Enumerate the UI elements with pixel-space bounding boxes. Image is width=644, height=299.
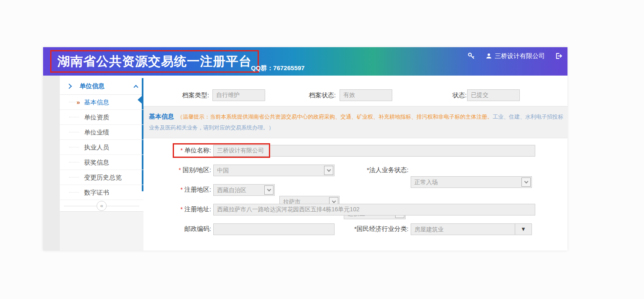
sidebar-item-practicing-personnel[interactable]: 执业人员 bbox=[60, 140, 143, 155]
region-province-select[interactable]: 西藏自治区 bbox=[213, 184, 275, 196]
required-asterisk: * bbox=[180, 206, 182, 213]
current-user[interactable]: 三桥设计有限公司 bbox=[486, 52, 545, 60]
required-asterisk: * bbox=[180, 186, 182, 193]
user-icon bbox=[486, 53, 492, 59]
address-field[interactable] bbox=[213, 204, 535, 215]
archive-type-field[interactable] bbox=[212, 89, 265, 101]
sidebar-item-label: 变更历史总览 bbox=[84, 174, 122, 181]
sidebar-item-unit-performance[interactable]: 单位业绩 bbox=[60, 125, 143, 140]
basic-info-section-header: 基本信息（温馨提示：当前本系统提供湖南省公共资源交易中心的政府采购、交通、矿业权… bbox=[143, 106, 567, 138]
legal-status-label: *法人业务状态: bbox=[317, 166, 409, 174]
company-name-field[interactable] bbox=[213, 145, 535, 157]
region-label: *注册地区: bbox=[144, 186, 211, 194]
postal-industry-row: 邮政编码: *国民经济行业分类: 房屋建筑业 ▼ bbox=[143, 223, 567, 242]
archive-status-row: 档案类型: 档案状态: 状态: bbox=[143, 89, 567, 101]
industry-label: *国民经济行业分类: bbox=[317, 225, 409, 233]
sidebar-item-basic-info[interactable]: » 基本信息 bbox=[60, 95, 143, 110]
sidebar-item-label: 执业人员 bbox=[84, 144, 109, 151]
password-key-icon[interactable] bbox=[467, 52, 475, 60]
sidebar-item-digital-certificate[interactable]: 数字证书 bbox=[60, 185, 143, 200]
archive-state-field[interactable] bbox=[340, 89, 392, 101]
main-content: 档案类型: 档案状态: 状态: 基本信息（温馨提示：当前本系统提供湖南省公共资源… bbox=[143, 76, 567, 251]
logout-icon[interactable] bbox=[555, 52, 562, 60]
country-row: *国别/地区: 中国 *法人业务状态: 正常入场 bbox=[143, 164, 567, 183]
header-banner: 湖南省公共资源交易统一注册平台 QQ群：767265597 三桥设计有限公司 bbox=[43, 47, 567, 76]
qq-group-text: QQ群：767265597 bbox=[251, 64, 304, 72]
sidebar-item-label: 单位业绩 bbox=[84, 129, 109, 136]
section-hint-orange: （温馨提示：当前本系统提供湖南省公共资源交易中心的政府采购、交通、矿业权、补充耕… bbox=[177, 114, 493, 120]
industry-select[interactable]: 房屋建筑业 ▼ bbox=[411, 223, 532, 235]
active-item-pointer bbox=[138, 96, 142, 104]
user-company-name: 三桥设计有限公司 bbox=[495, 52, 545, 60]
sidebar-item-unit-qualification[interactable]: 单位资质 bbox=[60, 110, 143, 125]
sidebar-item-change-history[interactable]: 变更历史总览 bbox=[60, 170, 143, 185]
left-gutter bbox=[43, 76, 60, 251]
company-name-label: *单位名称: bbox=[144, 147, 211, 155]
sidebar-item-label: 单位资质 bbox=[84, 114, 109, 121]
archive-state-label: 档案状态: bbox=[290, 91, 336, 99]
address-row: *注册地址: bbox=[143, 203, 567, 223]
sidebar-item-label: 获奖信息 bbox=[84, 159, 109, 166]
basic-info-form: *单位名称: *国别/地区: 中国 *法人业务状态: 正常入场 bbox=[143, 144, 567, 242]
status-field[interactable] bbox=[467, 89, 520, 101]
sidebar-group-unit-info[interactable]: 单位信息 bbox=[60, 78, 143, 95]
dropdown-chevron-icon[interactable] bbox=[264, 185, 273, 195]
sidebar-collapse-button[interactable]: « bbox=[97, 201, 107, 211]
active-item-marker-icon: » bbox=[77, 95, 80, 109]
sidebar: 单位信息 » 基本信息 单位资质 单位业绩 执业人员 获奖信息 变更历史总览 bbox=[60, 76, 143, 251]
sidebar-filler bbox=[60, 212, 143, 251]
region-row: *注册地区: 西藏自治区 拉萨市 达孜区 bbox=[143, 183, 567, 203]
chevron-right-icon bbox=[66, 84, 72, 89]
postal-code-label: 邮政编码: bbox=[144, 225, 211, 233]
sidebar-collapse-row: « bbox=[60, 200, 143, 212]
sidebar-item-label: 数字证书 bbox=[84, 189, 109, 196]
site-title-highlight-box: 湖南省公共资源交易统一注册平台 bbox=[50, 50, 259, 73]
country-label: *国别/地区: bbox=[144, 166, 211, 174]
section-title: 基本信息 bbox=[149, 113, 174, 120]
site-title: 湖南省公共资源交易统一注册平台 bbox=[57, 53, 252, 70]
dropdown-triangle-icon[interactable]: ▼ bbox=[515, 224, 532, 235]
address-label: *注册地址: bbox=[144, 205, 211, 213]
status-label: 状态: bbox=[421, 91, 467, 99]
company-name-row: *单位名称: bbox=[143, 144, 567, 164]
sidebar-group-label: 单位信息 bbox=[79, 82, 134, 90]
required-asterisk: * bbox=[179, 167, 181, 173]
sidebar-item-label: 基本信息 bbox=[84, 99, 109, 106]
archive-type-label: 档案类型: bbox=[163, 91, 209, 99]
sidebar-item-award-info[interactable]: 获奖信息 bbox=[60, 155, 143, 170]
chevron-up-icon bbox=[133, 85, 138, 89]
app-window: 湖南省公共资源交易统一注册平台 QQ群：767265597 三桥设计有限公司 bbox=[43, 47, 567, 251]
required-asterisk: * bbox=[180, 147, 182, 154]
